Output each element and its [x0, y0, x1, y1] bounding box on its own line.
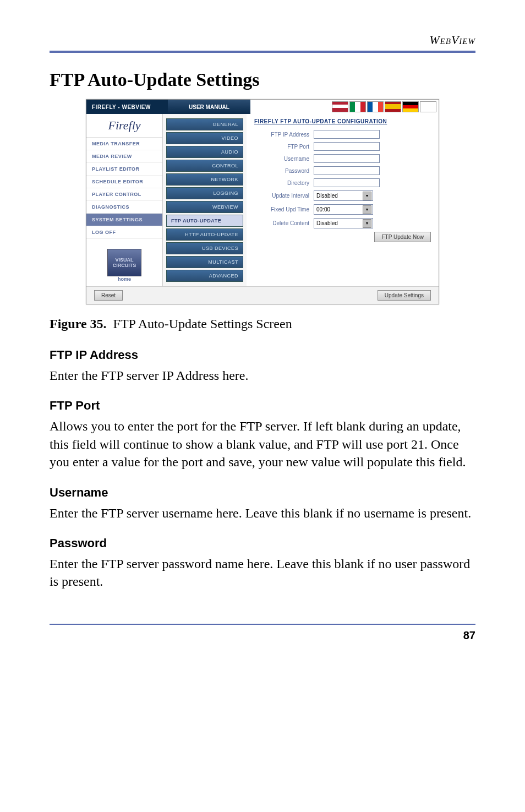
subnav-usb-devices[interactable]: USB DEVICES — [166, 242, 243, 254]
config-form: FIREFLY FTP AUTO-UPDATE CONFIGURATION FT… — [247, 114, 439, 286]
heading-password: Password — [50, 536, 475, 551]
label-ftp-port: FTP Port — [254, 144, 314, 150]
left-nav: Firefly MEDIA TRANSFER MEDIA REVIEW PLAY… — [86, 114, 163, 286]
flag-de-icon[interactable] — [402, 101, 419, 112]
subnav-network[interactable]: NETWORK — [166, 173, 243, 186]
subnav-control[interactable]: CONTROL — [166, 160, 243, 172]
subnav-video[interactable]: VIDEO — [166, 132, 243, 144]
subnav-advanced[interactable]: ADVANCED — [166, 270, 243, 282]
heading-username: Username — [50, 486, 475, 500]
subnav-audio[interactable]: AUDIO — [166, 146, 243, 158]
nav-system-settings[interactable]: SYSTEM SETTINGS — [86, 214, 162, 226]
footer-rule — [50, 624, 475, 625]
paragraph-ftp-ip: Enter the FTP server IP Address here. — [50, 367, 475, 384]
label-update-interval: Update Interval — [254, 193, 314, 199]
select-update-interval-value: Disabled — [316, 193, 338, 199]
select-fixed-upd-time-value: 00:00 — [316, 206, 330, 212]
header-rule — [50, 51, 475, 53]
select-delete-content-value: Disabled — [316, 220, 338, 226]
nav-log-off[interactable]: LOG OFF — [86, 226, 162, 239]
label-ftp-ip: FTP IP Address — [254, 132, 314, 138]
input-directory[interactable] — [314, 178, 380, 187]
topbar-product-label: FIREFLY - WEBVIEW — [86, 100, 168, 114]
chevron-down-icon: ▼ — [363, 219, 371, 228]
flag-fr-icon[interactable] — [367, 101, 384, 112]
label-delete-content: Delete Content — [254, 220, 314, 226]
logo-line1: VISUAL — [115, 257, 133, 263]
sub-nav: GENERAL VIDEO AUDIO CONTROL NETWORK LOGG… — [163, 114, 247, 286]
chevron-down-icon: ▼ — [363, 205, 371, 214]
input-ftp-port[interactable] — [314, 142, 380, 151]
heading-ftp-port: FTP Port — [50, 399, 475, 413]
subnav-multicast[interactable]: MULTICAST — [166, 256, 243, 268]
input-password[interactable] — [314, 166, 380, 175]
update-settings-button[interactable]: Update Settings — [378, 290, 431, 301]
input-ftp-ip[interactable] — [314, 130, 380, 139]
input-username[interactable] — [314, 154, 380, 163]
flag-kr-icon[interactable] — [420, 101, 436, 112]
ftp-update-now-button[interactable]: FTP Update Now — [374, 232, 431, 242]
visual-circuits-logo[interactable]: VISUAL CIRCUITS — [107, 249, 141, 276]
flag-it-icon[interactable] — [349, 101, 366, 112]
label-username: Username — [254, 156, 314, 162]
subnav-ftp-auto-update[interactable]: FTP AUTO-UPDATE — [166, 215, 243, 227]
nav-schedule-editor[interactable]: SCHEDULE EDITOR — [86, 176, 162, 188]
subnav-http-auto-update[interactable]: HTTP AUTO-UPDATE — [166, 228, 243, 241]
page-number: 87 — [50, 629, 475, 642]
select-delete-content[interactable]: Disabled ▼ — [314, 218, 373, 228]
nav-media-transfer[interactable]: MEDIA TRANSFER — [86, 138, 162, 150]
section-title: FTP Auto-Update Settings — [50, 69, 475, 90]
nav-media-review[interactable]: MEDIA REVIEW — [86, 150, 162, 163]
chevron-down-icon: ▼ — [363, 192, 371, 200]
paragraph-username: Enter the FTP server username here. Leav… — [50, 504, 475, 522]
heading-ftp-ip: FTP IP Address — [50, 348, 475, 362]
brand-logo: Firefly — [86, 114, 162, 138]
subnav-general[interactable]: GENERAL — [166, 118, 243, 130]
subnav-logging[interactable]: LOGGING — [166, 187, 243, 199]
nav-diagnostics[interactable]: DIAGNOSTICS — [86, 201, 162, 214]
brand-text: Firefly — [108, 118, 140, 133]
figure-caption-text: FTP Auto-Update Settings Screen — [113, 317, 292, 331]
figure-caption: Figure 35. FTP Auto-Update Settings Scre… — [50, 317, 475, 331]
paragraph-ftp-port: Allows you to enter the port for the FTP… — [50, 417, 475, 471]
logo-line2: CIRCUITS — [113, 263, 136, 268]
topbar-manual-button[interactable]: USER MANUAL — [168, 100, 250, 114]
label-password: Password — [254, 168, 314, 174]
nav-player-control[interactable]: PLAYER CONTROL — [86, 188, 162, 201]
flag-es-icon[interactable] — [385, 101, 401, 112]
config-title: FIREFLY FTP AUTO-UPDATE CONFIGURATION — [254, 118, 431, 124]
screenshot-topbar: FIREFLY - WEBVIEW USER MANUAL — [86, 100, 439, 114]
home-link[interactable]: home — [91, 276, 158, 282]
label-directory: Directory — [254, 180, 314, 186]
flag-us-icon[interactable] — [332, 101, 348, 112]
label-fixed-upd-time: Fixed Upd Time — [254, 206, 314, 212]
subnav-webview[interactable]: WEBVIEW — [166, 201, 243, 213]
topbar-flags — [250, 100, 439, 114]
form-footer: Reset Update Settings — [86, 286, 439, 304]
screenshot-panel: FIREFLY - WEBVIEW USER MANUAL Firefly ME — [86, 99, 439, 304]
footer-logo-area: VISUAL CIRCUITS home — [86, 244, 162, 286]
nav-playlist-editor[interactable]: PLAYLIST EDITOR — [86, 163, 162, 176]
select-update-interval[interactable]: Disabled ▼ — [314, 190, 373, 201]
figure-label: Figure 35. — [50, 317, 107, 331]
header-title: WebView — [50, 33, 475, 47]
paragraph-password: Enter the FTP server password name here.… — [50, 555, 475, 591]
select-fixed-upd-time[interactable]: 00:00 ▼ — [314, 204, 373, 215]
reset-button[interactable]: Reset — [94, 290, 123, 301]
